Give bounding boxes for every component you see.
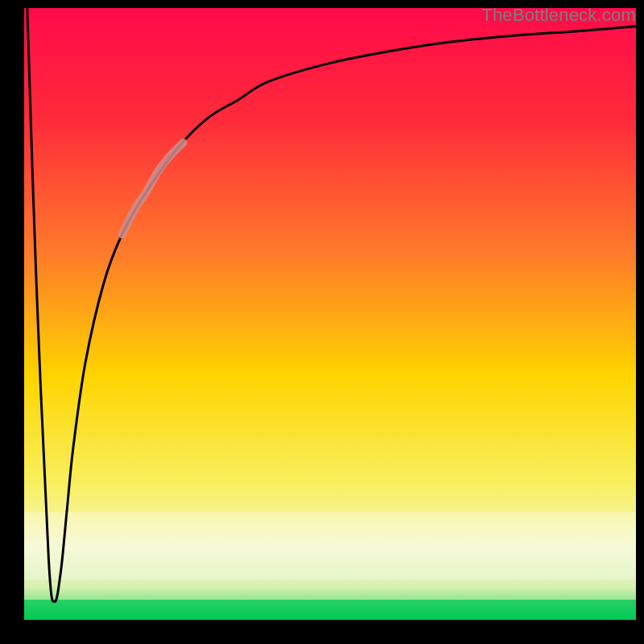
pale-highlight-band xyxy=(24,512,636,580)
frame-right xyxy=(636,0,644,644)
chart-stage: TheBottleneck.com xyxy=(0,0,644,644)
bottleneck-chart xyxy=(0,0,644,644)
frame-top xyxy=(0,0,644,8)
frame-left xyxy=(0,0,24,644)
frame-bottom xyxy=(0,620,644,644)
green-bottom-strip xyxy=(24,600,636,620)
